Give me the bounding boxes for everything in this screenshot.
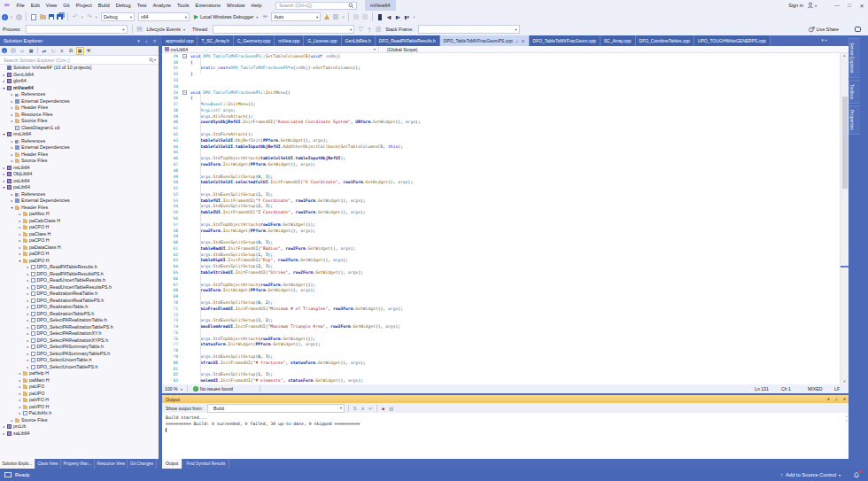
expand-icon[interactable]: ▸ <box>2 424 6 429</box>
search-input[interactable]: Search (Ctrl+Q) <box>275 2 357 10</box>
expand-icon[interactable]: ▸ <box>10 112 14 117</box>
step-over-icon[interactable] <box>353 12 360 21</box>
redo-icon[interactable]: ↷ <box>86 12 94 21</box>
menu-tools[interactable]: Tools <box>174 0 193 11</box>
tree-item[interactable]: ▸paHelp H <box>0 370 159 377</box>
fold-icon[interactable]: − <box>182 54 187 58</box>
menu-analyze[interactable]: Analyze <box>150 0 174 11</box>
output-wrap-icon[interactable]: ↵ <box>368 406 375 411</box>
expand-icon[interactable]: ▸ <box>10 192 14 197</box>
output-window-position-icon[interactable]: ▾ <box>825 397 833 401</box>
tree-item[interactable]: ClassDiagram1.cd <box>0 125 159 132</box>
step-into-icon[interactable] <box>361 12 369 21</box>
expand-icon[interactable]: ▸ <box>10 145 14 150</box>
navigate-forward-icon[interactable]: › <box>15 12 23 21</box>
right-tab[interactable]: Properties <box>849 105 860 135</box>
auto-dropdown[interactable]: Auto▾ <box>271 12 321 21</box>
se-home-icon[interactable]: ⌂ <box>19 47 27 55</box>
menu-file[interactable]: File <box>13 0 27 11</box>
expand-icon[interactable]: ▸ <box>18 219 22 223</box>
expand-icon[interactable]: ▸ <box>26 312 30 316</box>
expand-icon[interactable]: ▸ <box>26 365 30 369</box>
editor-scrollbar[interactable]: ▴ ▾ <box>840 53 849 384</box>
expand-icon[interactable]: ▸ <box>26 318 30 322</box>
output-source-dropdown[interactable]: Build▾ <box>207 404 345 413</box>
tree-item[interactable]: ▾mView64 <box>0 85 159 92</box>
menu-test[interactable]: Test <box>134 0 150 11</box>
tree-item[interactable]: ▸Source Files <box>0 118 159 125</box>
tree-item[interactable]: ▸External Dependencies <box>0 198 159 205</box>
document-tab[interactable]: C_Geometry.cpp <box>234 35 275 46</box>
bookmark-icon[interactable] <box>376 12 384 21</box>
project-dropdown[interactable]: mvLib64 ▾ <box>162 46 379 52</box>
tree-item[interactable]: ▸DPO_SelectPARealizationTablePS.h <box>0 324 159 331</box>
expand-icon[interactable]: ▸ <box>2 172 6 176</box>
expand-icon[interactable]: ▸ <box>10 119 14 123</box>
configuration-dropdown[interactable]: Debug▾ <box>101 12 135 21</box>
user-icon[interactable]: ▾ <box>807 2 817 9</box>
tree-item[interactable]: ▸paUPO <box>0 391 159 398</box>
tree-item[interactable]: ▸paCalcClass H <box>0 218 159 225</box>
feedback-icon[interactable] <box>855 27 861 32</box>
output-content[interactable]: ▴▾ Build started...========== Build: 0 s… <box>162 413 849 459</box>
stack-frame-dropdown[interactable]: ▾ <box>418 25 520 34</box>
bottom-tab-1[interactable]: Find Symbol Results <box>182 459 229 469</box>
expand-icon[interactable]: ▸ <box>18 411 22 415</box>
output-copy-icon[interactable]: ▤ <box>388 406 395 411</box>
document-tab[interactable]: T_SC_Array.h <box>198 35 233 46</box>
document-tab[interactable]: mView.cpp <box>275 35 304 46</box>
scrollbar-thumb[interactable] <box>842 97 848 189</box>
attach-icon[interactable]: ⇻ <box>261 12 269 21</box>
tree-item[interactable]: ▸DPO_SelectPARealizationXY.h <box>0 330 159 337</box>
se-collapse-all-icon[interactable]: ⊟ <box>67 47 75 55</box>
solution-badge[interactable]: mView64 <box>365 0 396 11</box>
se-show-all-files-icon[interactable]: ▩ <box>76 47 84 55</box>
expand-icon[interactable]: ▸ <box>26 278 30 283</box>
output-clear-icon[interactable]: ■ <box>380 406 387 411</box>
left-tab-0[interactable]: Solution Explo... <box>0 459 35 469</box>
tree-item[interactable]: ▸DPO_ReadPATableResults.h <box>0 264 159 271</box>
se-forward-icon[interactable]: › <box>10 47 18 55</box>
document-tab[interactable]: DPO_TableToMVFracGeomPS.cpp⊥✕ <box>440 35 530 46</box>
left-tab-2[interactable]: Property Man... <box>61 459 95 469</box>
menu-help[interactable]: Help <box>248 0 265 11</box>
document-tab[interactable]: appmodul.cpp <box>162 35 198 46</box>
bookmark-list-icon[interactable]: ▮▾ <box>403 12 411 21</box>
tree-item[interactable]: ▸paAlloc H <box>0 211 159 218</box>
expand-icon[interactable]: ▸ <box>26 272 30 276</box>
tree-item[interactable]: ▸GenLib64 <box>0 72 159 79</box>
menu-project[interactable]: Project <box>73 0 95 11</box>
redo-dropdown[interactable]: ▾ <box>95 12 99 21</box>
expand-icon[interactable]: ▸ <box>26 299 30 303</box>
menu-debug[interactable]: Debug <box>112 0 134 11</box>
tree-item[interactable]: ▸prcLib <box>0 423 159 431</box>
collapse-icon[interactable]: ▾ <box>2 185 6 190</box>
expand-icon[interactable]: ▸ <box>10 139 14 144</box>
flag-icon[interactable]: † <box>366 25 374 34</box>
tree-item[interactable]: ▸DPO_RealizationRealTablePS.h <box>0 298 159 305</box>
tab-pin-icon[interactable]: ⊥ <box>515 39 519 43</box>
notifications-bell-icon[interactable] <box>853 471 861 479</box>
tree-item[interactable]: ▸osLib64 <box>0 178 159 185</box>
collapse-icon[interactable]: ▾ <box>10 206 14 210</box>
tree-item[interactable]: ▸Header Files <box>0 151 159 159</box>
document-tab[interactable]: UPO_TOUGHWriteGENERPS.cpp <box>694 35 771 46</box>
expand-icon[interactable]: ▸ <box>2 79 6 83</box>
zoom-level[interactable]: 100 % <box>162 386 178 392</box>
scope-dropdown[interactable]: (Global Scope) <box>379 46 849 52</box>
output-goto-icon[interactable]: ≡ <box>360 406 367 411</box>
expand-icon[interactable]: ▸ <box>26 338 30 343</box>
bookmark-next-icon[interactable]: ▮▸ <box>394 12 402 21</box>
menu-edit[interactable]: Edit <box>27 0 43 11</box>
code-editor[interactable]: 29−void DPO_TableToMVFracGeomPS::SetTabl… <box>162 53 849 384</box>
tree-item[interactable]: ▸References <box>0 191 159 198</box>
expand-icon[interactable]: ▸ <box>26 285 30 290</box>
tree-item[interactable]: ▸DPO_RealizationTablePS.h <box>0 311 159 318</box>
tree-item[interactable]: ▸paCFO H <box>0 224 159 231</box>
menu-extensions[interactable]: Extensions <box>192 0 223 11</box>
tree-item[interactable]: ▸glor64 <box>0 78 159 85</box>
undo-dropdown[interactable]: ▾ <box>81 12 85 21</box>
tree-item[interactable]: ▸nsLib64 <box>0 165 159 172</box>
tree-item[interactable]: Solution 'mView64' (10 of 10 projects) <box>0 65 159 72</box>
se-switch-views-icon[interactable]: ▦ <box>27 47 35 55</box>
